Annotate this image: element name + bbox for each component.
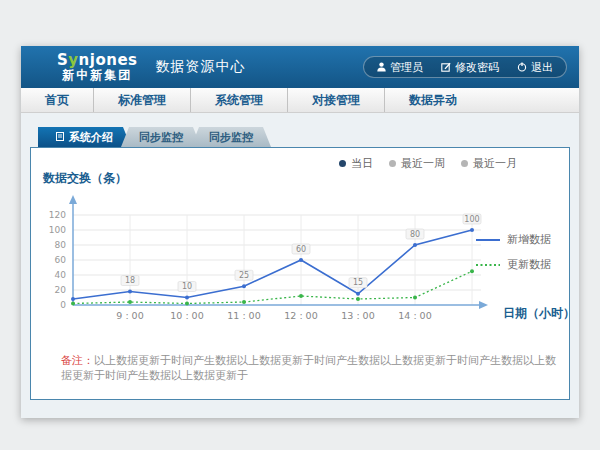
content-area: 系统介绍 同步监控 同步监控 当日 最近一周 xyxy=(21,113,579,400)
tab-bar: 系统介绍 同步监控 同步监控 xyxy=(38,127,570,147)
legend-item-new-data: 新增数据 xyxy=(476,232,551,247)
svg-text:60: 60 xyxy=(296,245,306,254)
document-icon xyxy=(56,131,64,144)
user-label: 管理员 xyxy=(390,60,423,75)
power-icon xyxy=(517,62,527,72)
logo: Synjones 新中新集团 xyxy=(57,53,138,81)
svg-text:15: 15 xyxy=(353,278,363,287)
tab-sync-monitor-1[interactable]: 同步监控 xyxy=(121,127,201,147)
radio-dot-icon xyxy=(461,160,468,167)
footnote-text: 以上数据更新于时间产生数据以上数据更新于时间产生数据以上数据更新于时间产生数据以… xyxy=(61,354,556,382)
logout-button[interactable]: 退出 xyxy=(508,60,562,75)
tab-sync-monitor-2[interactable]: 同步监控 xyxy=(191,127,271,147)
app-header: Synjones 新中新集团 数据资源中心 管理员 修改密码 退出 xyxy=(21,46,579,88)
logo-company-name: 新中新集团 xyxy=(57,69,138,82)
nav-item-system-mgmt[interactable]: 系统管理 xyxy=(190,88,287,112)
svg-text:40: 40 xyxy=(55,270,67,280)
svg-text:10 : 00: 10 : 00 xyxy=(170,310,203,321)
tab-label: 系统介绍 xyxy=(69,130,113,145)
legend-item-updated-data: 更新数据 xyxy=(476,257,551,272)
filter-last-week[interactable]: 最近一周 xyxy=(389,156,445,171)
tab-label: 同步监控 xyxy=(139,130,183,145)
change-password-button[interactable]: 修改密码 xyxy=(432,60,508,75)
svg-text:60: 60 xyxy=(55,255,67,265)
svg-text:80: 80 xyxy=(55,240,67,250)
series-legend: 新增数据 更新数据 xyxy=(476,232,551,272)
radio-dot-icon xyxy=(389,160,396,167)
nav-item-home[interactable]: 首页 xyxy=(21,88,93,112)
legend-label: 新增数据 xyxy=(507,232,551,247)
footnote-prefix: 备注： xyxy=(61,354,94,367)
svg-text:120: 120 xyxy=(49,210,66,220)
main-nav: 首页 标准管理 系统管理 对接管理 数据异动 xyxy=(21,88,579,113)
app-window: Synjones 新中新集团 数据资源中心 管理员 修改密码 退出 xyxy=(21,46,579,418)
nav-item-data-change[interactable]: 数据异动 xyxy=(384,88,481,112)
filter-label: 最近一月 xyxy=(473,156,517,171)
svg-text:12 : 00: 12 : 00 xyxy=(284,310,317,321)
y-axis-title: 数据交换（条） xyxy=(43,170,127,187)
svg-text:100: 100 xyxy=(49,225,66,235)
svg-text:18: 18 xyxy=(125,276,135,285)
svg-text:25: 25 xyxy=(239,271,249,280)
logo-wordmark: Synjones xyxy=(57,53,138,69)
filter-today[interactable]: 当日 xyxy=(339,156,373,171)
svg-text:13 : 00: 13 : 00 xyxy=(341,310,374,321)
svg-text:9 : 00: 9 : 00 xyxy=(116,310,143,321)
nav-item-integration-mgmt[interactable]: 对接管理 xyxy=(287,88,384,112)
svg-text:10: 10 xyxy=(182,282,192,291)
chart-panel: 当日 最近一周 最近一月 数据交换（条） 0204060801001209 : … xyxy=(30,147,570,400)
time-filter-group: 当日 最近一周 最近一月 xyxy=(339,156,517,171)
line-chart: 0204060801001209 : 0010 : 0011 : 0012 : … xyxy=(37,193,537,333)
user-menu[interactable]: 管理员 xyxy=(368,60,432,75)
footnote: 备注：以上数据更新于时间产生数据以上数据更新于时间产生数据以上数据更新于时间产生… xyxy=(61,354,561,384)
tab-label: 同步监控 xyxy=(209,130,253,145)
svg-text:20: 20 xyxy=(55,285,67,295)
svg-text:80: 80 xyxy=(410,230,420,239)
x-axis-title: 日期（小时） xyxy=(503,305,575,322)
app-title: 数据资源中心 xyxy=(156,58,246,76)
svg-text:100: 100 xyxy=(464,215,479,224)
edit-icon xyxy=(441,62,451,72)
svg-text:11 : 00: 11 : 00 xyxy=(227,310,260,321)
change-password-label: 修改密码 xyxy=(455,60,499,75)
logout-label: 退出 xyxy=(531,60,553,75)
user-icon xyxy=(377,62,386,72)
tab-system-intro[interactable]: 系统介绍 xyxy=(38,127,131,147)
filter-label: 当日 xyxy=(351,156,373,171)
filter-label: 最近一周 xyxy=(401,156,445,171)
legend-label: 更新数据 xyxy=(507,257,551,272)
svg-text:14 : 00: 14 : 00 xyxy=(398,310,431,321)
user-toolbar: 管理员 修改密码 退出 xyxy=(363,56,567,78)
svg-text:0: 0 xyxy=(60,300,66,310)
filter-last-month[interactable]: 最近一月 xyxy=(461,156,517,171)
dotted-line-icon xyxy=(476,258,500,271)
nav-item-standard-mgmt[interactable]: 标准管理 xyxy=(93,88,190,112)
solid-line-icon xyxy=(476,233,500,246)
radio-dot-icon xyxy=(339,160,346,167)
